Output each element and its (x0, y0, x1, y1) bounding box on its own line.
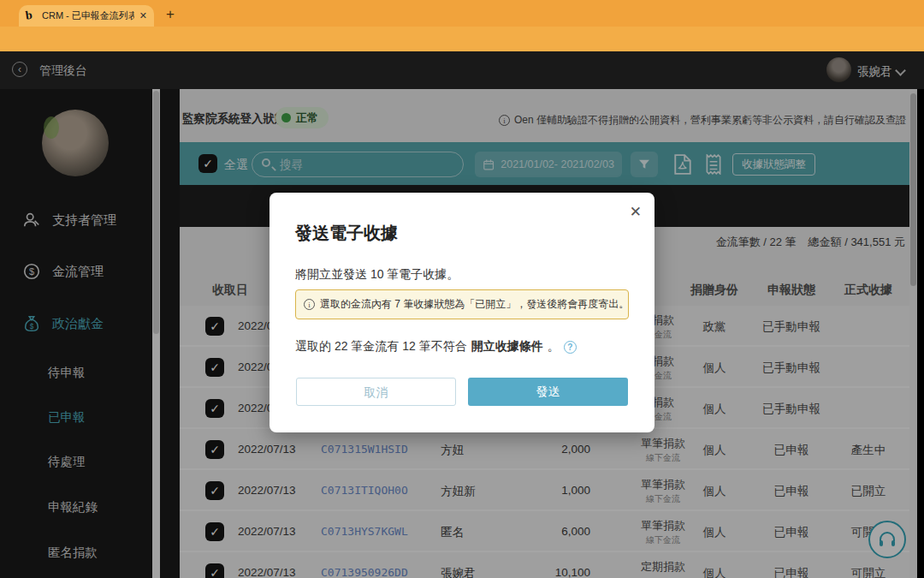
modal-warning-box: i 選取的金流內有 7 筆收據狀態為「已開立」，發送後將會再度寄出。 (295, 289, 629, 319)
new-tab-button[interactable]: + (166, 6, 175, 23)
modal-close-icon[interactable]: ✕ (630, 203, 642, 221)
cancel-button[interactable]: 取消 (296, 378, 456, 406)
condition-suffix: 。 (548, 339, 560, 355)
address-bar: ← → ⟳ monkey.staging.oen.tw/crm/politica… (0, 27, 924, 51)
send-button[interactable]: 發送 (468, 378, 628, 406)
warning-info-icon: i (304, 299, 315, 310)
modal-body-text: 將開立並發送 10 筆電子收據。 (295, 267, 459, 283)
help-question-icon[interactable]: ? (564, 341, 577, 354)
tab-title: CRM - 已申報金流列表 | 政治獻 (42, 9, 134, 22)
tab-strip: b CRM - 已申報金流列表 | 政治獻 ✕ + (0, 0, 924, 27)
modal-title: 發送電子收據 (295, 222, 398, 245)
modal-condition-line: 選取的 22 筆金流有 12 筆不符合開立收據條件。 ? (295, 339, 577, 355)
favicon-oen-logo: b (25, 9, 38, 22)
send-receipt-modal: ✕ 發送電子收據 將開立並發送 10 筆電子收據。 i 選取的金流內有 7 筆收… (270, 193, 654, 432)
condition-prefix: 選取的 22 筆金流有 12 筆不符合 (295, 339, 467, 355)
tab-close-icon[interactable]: ✕ (139, 10, 147, 21)
browser-tab[interactable]: b CRM - 已申報金流列表 | 政治獻 ✕ (19, 5, 154, 27)
modal-warning-text: 選取的金流內有 7 筆收據狀態為「已開立」，發送後將會再度寄出。 (320, 297, 629, 312)
condition-bold: 開立收據條件 (471, 339, 543, 355)
browser-chrome: b CRM - 已申報金流列表 | 政治獻 ✕ + ← → ⟳ monkey.s… (0, 0, 924, 51)
